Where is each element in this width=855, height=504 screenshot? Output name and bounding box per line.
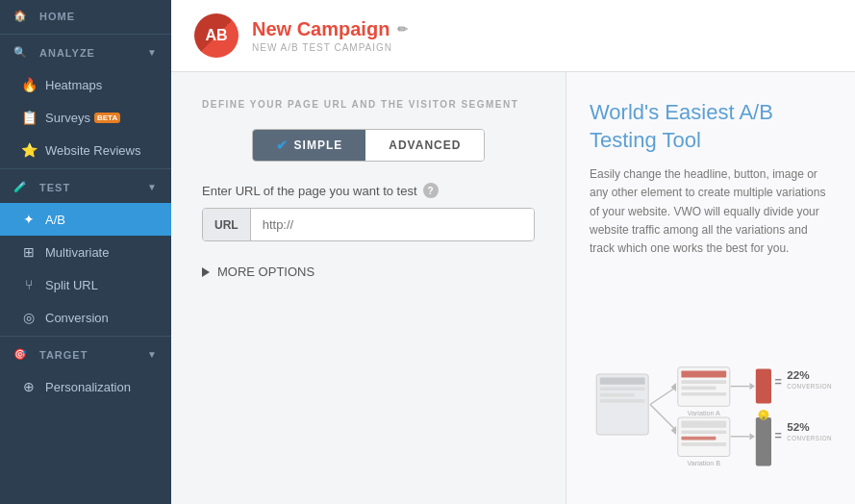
url-prefix: URL [203, 209, 251, 240]
svg-text:22%: 22% [787, 368, 810, 381]
surveys-label: Surveys [45, 111, 90, 125]
url-input-row: URL [202, 208, 535, 241]
campaign-info: New Campaign ✏ NEW A/B TEST CAMPAIGN [252, 18, 408, 53]
edit-campaign-icon[interactable]: ✏ [397, 22, 408, 37]
header: AB New Campaign ✏ NEW A/B TEST CAMPAIGN [171, 0, 855, 72]
sidebar-item-website-reviews[interactable]: ⭐ Website Reviews [0, 134, 171, 166]
svg-rect-2 [600, 388, 645, 391]
url-input[interactable] [251, 209, 534, 240]
svg-rect-11 [681, 380, 726, 384]
divider-3 [0, 336, 171, 337]
simple-tab[interactable]: ✔ SIMPLE [253, 130, 366, 161]
svg-rect-1 [600, 378, 645, 385]
content-area: DEFINE YOUR PAGE URL AND THE VISITOR SEG… [171, 72, 855, 504]
svg-text:CONVERSION: CONVERSION [787, 435, 832, 441]
check-icon: ✔ [276, 138, 289, 153]
svg-rect-23 [681, 431, 726, 435]
sidebar-item-surveys[interactable]: 📋 Surveys BETA [0, 101, 171, 134]
right-panel-title: World's Easiest A/B Testing Tool [590, 99, 832, 154]
svg-line-5 [650, 388, 676, 405]
sidebar-test-label: TEST [39, 182, 70, 193]
svg-text:52%: 52% [787, 420, 810, 433]
svg-rect-22 [681, 421, 726, 428]
divider-1 [0, 34, 171, 35]
sidebar-item-personalization[interactable]: ⊕ Personalization [0, 370, 171, 403]
target-icon: 🎯 [13, 348, 28, 361]
svg-text:CONVERSION: CONVERSION [787, 383, 832, 390]
sidebar-test-header[interactable]: 🧪 TEST ▼ [0, 171, 171, 203]
multivariate-label: Multivariate [45, 245, 109, 260]
svg-rect-4 [600, 399, 645, 403]
home-icon: 🏠 [13, 10, 28, 22]
section-label: DEFINE YOUR PAGE URL AND THE VISITOR SEG… [202, 99, 535, 110]
url-label-text: Enter URL of the page you want to test [202, 184, 417, 198]
test-chevron: ▼ [147, 182, 158, 192]
campaign-name: New Campaign ✏ [252, 18, 408, 40]
heatmaps-icon: 🔥 [21, 77, 37, 92]
sidebar-item-multivariate[interactable]: ⊞ Multivariate [0, 236, 171, 268]
svg-text:=: = [775, 375, 782, 389]
svg-rect-24 [681, 437, 716, 441]
help-icon[interactable]: ? [423, 183, 439, 198]
main-area: AB New Campaign ✏ NEW A/B TEST CAMPAIGN … [171, 0, 855, 504]
conversion-label: Conversion [45, 311, 109, 325]
reviews-label: Website Reviews [45, 143, 140, 158]
test-icon: 🧪 [13, 181, 28, 193]
sidebar-item-conversion[interactable]: ◎ Conversion [0, 301, 171, 334]
mode-toggle: ✔ SIMPLE ADVANCED [252, 129, 486, 162]
more-options-label: MORE OPTIONS [217, 265, 314, 279]
multivariate-icon: ⊞ [21, 244, 37, 260]
right-panel-desc: Easily change the headline, button, imag… [590, 165, 832, 258]
conversion-icon: ◎ [21, 310, 37, 325]
svg-line-6 [650, 405, 676, 431]
ab-icon: ✦ [21, 212, 37, 227]
campaign-subtitle: NEW A/B TEST CAMPAIGN [252, 42, 408, 53]
svg-rect-13 [681, 392, 726, 396]
divider-2 [0, 168, 171, 169]
heatmaps-label: Heatmaps [45, 78, 102, 92]
split-url-label: Split URL [45, 278, 98, 292]
reviews-icon: ⭐ [21, 142, 37, 158]
analyze-icon: 🔍 [13, 46, 28, 59]
svg-rect-12 [681, 387, 716, 391]
personalization-icon: ⊕ [21, 379, 37, 394]
target-chevron: ▼ [147, 349, 158, 360]
advanced-label: ADVANCED [389, 139, 461, 152]
svg-rect-16 [756, 369, 771, 404]
personalization-label: Personalization [45, 380, 131, 394]
right-panel: World's Easiest A/B Testing Tool Easily … [566, 72, 855, 504]
svg-text:Variation A: Variation A [688, 409, 720, 417]
split-url-icon: ⑂ [21, 277, 37, 292]
svg-rect-10 [681, 370, 726, 377]
ab-label: A/B [45, 213, 65, 227]
sidebar-item-heatmaps[interactable]: 🔥 Heatmaps [0, 68, 171, 101]
sidebar-item-ab[interactable]: ✦ A/B [0, 203, 171, 236]
more-options[interactable]: MORE OPTIONS [202, 261, 535, 283]
svg-rect-28 [756, 417, 771, 466]
svg-rect-3 [600, 393, 635, 397]
surveys-icon: 📋 [21, 110, 37, 125]
sidebar-analyze-header[interactable]: 🔍 ANALYZE ▼ [0, 37, 171, 68]
sidebar: 🏠 HOME 🔍 ANALYZE ▼ 🔥 Heatmaps 📋 Surveys … [0, 0, 171, 504]
svg-text:=: = [775, 429, 782, 442]
svg-marker-27 [750, 433, 755, 440]
url-field-label: Enter URL of the page you want to test ? [202, 183, 535, 198]
ab-diagram-svg: = 22% CONVERSION Variation A [590, 323, 832, 477]
sidebar-home-label: HOME [39, 11, 75, 22]
sidebar-target-header[interactable]: 🎯 TARGET ▼ [0, 339, 171, 370]
sidebar-home[interactable]: 🏠 HOME [0, 0, 171, 32]
surveys-badge: BETA [94, 113, 120, 123]
ab-diagram: = 22% CONVERSION Variation A [590, 273, 832, 477]
sidebar-target-label: TARGET [39, 349, 88, 361]
svg-marker-15 [750, 383, 755, 390]
svg-text:Variation B: Variation B [687, 459, 720, 467]
simple-label: SIMPLE [294, 139, 343, 152]
left-panel: DEFINE YOUR PAGE URL AND THE VISITOR SEG… [171, 72, 566, 504]
analyze-chevron: ▼ [147, 47, 158, 58]
svg-text:💡: 💡 [760, 412, 767, 419]
sidebar-item-split-url[interactable]: ⑂ Split URL [0, 268, 171, 301]
triangle-icon [202, 267, 210, 277]
campaign-avatar: AB [194, 13, 239, 58]
advanced-tab[interactable]: ADVANCED [365, 130, 484, 161]
campaign-name-text: New Campaign [252, 18, 390, 40]
